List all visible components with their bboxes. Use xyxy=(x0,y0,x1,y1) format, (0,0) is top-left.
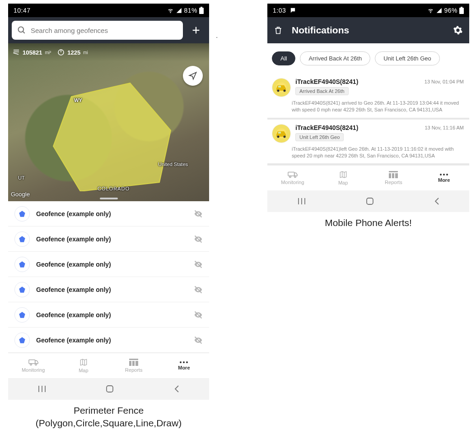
area-value: 105821 xyxy=(23,49,42,56)
visibility-off-icon[interactable] xyxy=(194,260,203,269)
svg-marker-13 xyxy=(19,211,25,217)
geofence-polygon[interactable] xyxy=(40,79,175,191)
notification-list: iTrackEF4940S(8241) 13 Nov, 01:04 PM Arr… xyxy=(267,74,469,165)
notifications-appbar: Notifications xyxy=(267,17,469,43)
svg-point-50 xyxy=(289,176,291,178)
status-bar: 1:03 96% xyxy=(267,4,469,17)
signal-icon xyxy=(436,7,442,14)
svg-point-46 xyxy=(277,135,280,138)
visibility-off-icon[interactable] xyxy=(194,310,203,319)
recents-button[interactable] xyxy=(37,385,47,393)
gear-icon[interactable] xyxy=(453,25,463,35)
svg-rect-30 xyxy=(129,359,138,360)
polygon-shape-icon xyxy=(14,282,30,297)
google-logo: Google xyxy=(11,191,30,198)
svg-point-35 xyxy=(183,361,185,363)
home-button[interactable] xyxy=(105,384,114,393)
tab-monitoring[interactable]: Monitoring xyxy=(8,353,58,378)
map-label-ut: UT xyxy=(18,175,25,180)
geofence-label: Geofence (example only) xyxy=(36,337,187,344)
svg-point-27 xyxy=(35,364,37,365)
perimeter-value: 1225 xyxy=(67,49,80,56)
bottom-tabs: Monitoring Map Reports More xyxy=(8,353,209,378)
notification-card[interactable]: iTrackEF4940S(8241) 13 Nov, 01:04 PM Arr… xyxy=(267,74,469,120)
svg-point-36 xyxy=(186,361,188,363)
tab-more[interactable]: More xyxy=(159,353,209,378)
polygon-shape-icon xyxy=(14,307,30,323)
geofence-label: Geofence (example only) xyxy=(36,261,187,268)
visibility-off-icon[interactable] xyxy=(194,235,203,244)
vehicle-avatar-icon xyxy=(272,78,291,97)
svg-rect-25 xyxy=(29,360,35,364)
recents-button[interactable] xyxy=(297,197,306,205)
notification-card[interactable]: iTrackEF4940S(8241) 13 Nov, 11:16 AM Uni… xyxy=(267,120,469,166)
svg-rect-45 xyxy=(278,86,281,88)
svg-rect-42 xyxy=(459,8,464,14)
notif-description: iTrackEF4940S(8241)left Geo 26th. At 11-… xyxy=(272,146,464,159)
tab-reports[interactable]: Reports xyxy=(369,166,419,190)
map-metrics: 105821 mi² 1225 mi xyxy=(8,43,209,61)
tab-map[interactable]: Map xyxy=(58,353,108,378)
visibility-off-icon[interactable] xyxy=(194,336,203,345)
battery-percent: 81% xyxy=(184,7,197,14)
android-navbar xyxy=(8,378,209,400)
unit-name: iTrackEF4940S(8241) xyxy=(295,124,358,131)
visibility-off-icon[interactable] xyxy=(194,209,203,218)
add-geofence-button[interactable] xyxy=(187,21,205,40)
chip-arrived[interactable]: Arrived Back At 26th xyxy=(300,51,370,65)
map-icon xyxy=(339,171,348,179)
visibility-off-icon[interactable] xyxy=(194,285,203,294)
svg-rect-41 xyxy=(461,7,462,8)
perimeter-icon xyxy=(57,49,65,56)
geofence-row[interactable]: Geofence (example only) xyxy=(8,252,209,277)
geofence-row[interactable]: Geofence (example only) xyxy=(8,302,209,328)
chip-all[interactable]: All xyxy=(272,51,295,65)
svg-point-3 xyxy=(19,27,24,32)
map-icon xyxy=(79,358,88,366)
geofence-row[interactable]: Geofence (example only) xyxy=(8,201,209,226)
map-label-wy: WY xyxy=(74,97,82,103)
left-caption: Perimeter Fence (Polygon,Circle,Square,L… xyxy=(36,400,182,430)
polygon-shape-icon xyxy=(14,257,30,272)
geofence-row[interactable]: Geofence (example only) xyxy=(8,226,209,252)
page-title: Notifications xyxy=(292,25,444,36)
svg-rect-33 xyxy=(135,361,138,366)
svg-point-58 xyxy=(440,174,442,176)
locate-me-button[interactable] xyxy=(183,66,203,86)
area-unit: mi² xyxy=(45,50,51,55)
geofence-row[interactable]: Geofence (example only) xyxy=(8,328,209,353)
notif-description: iTrackEF4940S(8241) arrived to Geo 26th.… xyxy=(272,100,464,113)
more-icon xyxy=(439,173,448,176)
search-input[interactable]: Search among geofences xyxy=(12,21,183,40)
tab-reports[interactable]: Reports xyxy=(109,353,159,378)
geofence-row[interactable]: Geofence (example only) xyxy=(8,277,209,302)
signal-icon xyxy=(176,7,182,14)
map-view[interactable]: 105821 mi² 1225 mi WY United States COLO… xyxy=(8,43,209,201)
back-button[interactable] xyxy=(173,384,180,393)
svg-marker-15 xyxy=(19,236,25,242)
sheet-drag-handle[interactable] xyxy=(100,198,118,199)
trash-icon[interactable] xyxy=(274,25,283,35)
map-label-co: COLORADO xyxy=(98,186,130,191)
back-button[interactable] xyxy=(434,197,440,206)
svg-point-59 xyxy=(443,174,445,176)
svg-marker-23 xyxy=(19,337,25,343)
wifi-icon xyxy=(427,7,434,14)
svg-point-43 xyxy=(277,90,280,92)
filter-chips: All Arrived Back At 26th Unit Left 26th … xyxy=(267,43,469,74)
chip-left[interactable]: Unit Left 26th Geo xyxy=(375,51,440,65)
vehicle-avatar-icon xyxy=(272,124,291,143)
svg-point-51 xyxy=(294,176,296,178)
search-placeholder: Search among geofences xyxy=(31,27,108,34)
svg-line-4 xyxy=(23,32,25,33)
tab-map[interactable]: Map xyxy=(318,166,369,190)
svg-rect-48 xyxy=(278,132,281,134)
svg-rect-56 xyxy=(392,173,394,178)
tab-monitoring[interactable]: Monitoring xyxy=(267,166,318,190)
home-button[interactable] xyxy=(365,197,374,206)
battery-percent: 96% xyxy=(444,7,457,14)
svg-rect-49 xyxy=(288,172,294,176)
status-time: 10:47 xyxy=(14,7,31,14)
svg-rect-32 xyxy=(132,361,135,366)
tab-more[interactable]: More xyxy=(419,166,469,190)
